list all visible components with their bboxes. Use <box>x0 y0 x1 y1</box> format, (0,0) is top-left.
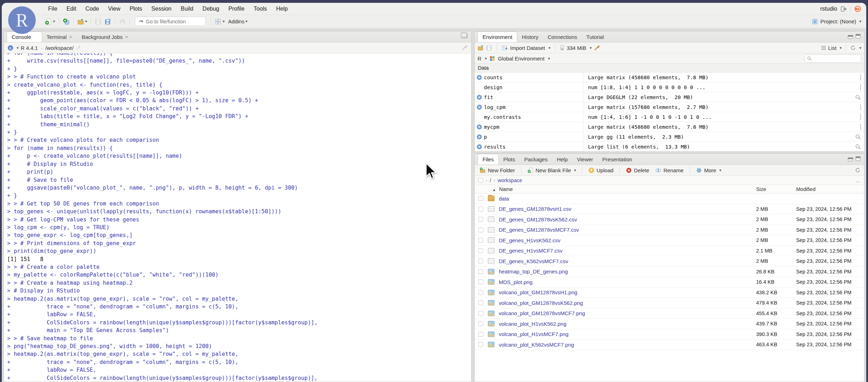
goto-file-input[interactable] <box>146 19 199 24</box>
file-name-link[interactable]: DE_genes_GM12878vsH1.csv <box>499 206 571 212</box>
file-row[interactable]: volcano_plot_GM12878vsMCF7.png 455.4 KB … <box>475 308 864 319</box>
display-mode-selector[interactable]: List <box>828 45 836 51</box>
expand-object-icon[interactable] <box>477 144 482 149</box>
refresh-caret-icon[interactable]: ▾ <box>859 46 861 50</box>
column-size[interactable]: Size <box>756 186 766 192</box>
file-row[interactable]: DE_genes_K562vsMCF7.csv 2 MB Sep 23, 202… <box>475 256 864 267</box>
rename-button[interactable]: Rename <box>653 167 686 173</box>
menu-item[interactable]: File <box>44 6 62 12</box>
console-output-area[interactable]: > for (name in names(results)) {+ write.… <box>4 53 471 382</box>
minimize-pane-icon[interactable] <box>848 157 853 161</box>
file-name-link[interactable]: MDS_plot.png <box>499 279 532 285</box>
environment-tab[interactable]: Environment <box>478 31 517 42</box>
new-file-button[interactable]: ▾ <box>45 18 55 25</box>
close-tab-icon[interactable]: ✕ <box>125 34 129 40</box>
file-row[interactable]: MDS_plot.png 16.4 KB Sep 23, 2024, 12:56… <box>475 277 864 288</box>
file-row[interactable]: DE_genes_GM12878vsMCF7.csv 2 MB Sep 23, … <box>475 225 864 236</box>
file-name-link[interactable]: volcano_plot_GM12878vsMCF7.png <box>499 310 585 316</box>
inspect-object-icon[interactable] <box>855 144 861 150</box>
breadcrumb-overflow[interactable]: ... <box>856 178 860 183</box>
file-checkbox[interactable] <box>478 196 483 201</box>
maximize-pane-icon[interactable] <box>462 34 468 38</box>
inspect-object-icon[interactable] <box>855 94 861 100</box>
import-dataset-caret-icon[interactable]: ▾ <box>548 46 550 50</box>
list-caret-icon[interactable]: ▾ <box>840 46 842 50</box>
menu-item[interactable]: Debug <box>198 6 224 12</box>
load-workspace-icon[interactable] <box>478 45 484 51</box>
new-file-caret-icon[interactable]: ▾ <box>53 19 55 24</box>
file-checkbox[interactable] <box>478 259 483 264</box>
new-blank-file-caret-icon[interactable]: ▾ <box>574 168 576 173</box>
open-file-button[interactable]: ▾ <box>77 18 87 25</box>
import-dataset-icon[interactable] <box>502 45 508 51</box>
upload-button[interactable]: Upload <box>586 167 616 173</box>
environment-tab[interactable]: History <box>517 31 543 42</box>
expand-object-icon[interactable] <box>477 125 482 129</box>
file-row[interactable]: DE_genes_H1vsK562.csv 2 MB Sep 23, 2024,… <box>475 235 864 246</box>
file-name-link[interactable]: volcano_plot_GM12878vsK562.png <box>499 300 583 306</box>
column-modified[interactable]: Modified <box>796 186 816 192</box>
file-checkbox[interactable] <box>478 238 483 243</box>
view-table-icon[interactable] <box>860 123 861 130</box>
import-dataset-button[interactable]: Import Dataset <box>510 45 545 51</box>
expand-object-icon[interactable] <box>477 75 482 80</box>
scope-caret-icon[interactable]: ▾ <box>548 56 550 61</box>
breadcrumb-folder[interactable]: workspace <box>498 178 522 183</box>
new-folder-button[interactable]: New Folder <box>478 167 517 173</box>
expand-object-icon[interactable] <box>477 134 482 139</box>
new-project-button[interactable] <box>63 18 70 25</box>
environment-object-row[interactable]: fit Large DGEGLM (22 elements, 20 MB) <box>475 92 864 102</box>
file-row[interactable]: DE_genes_H1vsMCF7.csv 2.1 MB Sep 23, 202… <box>475 246 864 256</box>
more-caret-icon[interactable]: ▾ <box>719 168 721 173</box>
addins-caret-icon[interactable]: ▾ <box>245 19 247 24</box>
environment-object-row[interactable]: results Large list (6 elements, 13.3 MB) <box>475 142 864 151</box>
language-selector[interactable]: R <box>478 56 481 62</box>
save-button[interactable] <box>95 18 102 25</box>
menu-item[interactable]: Tools <box>249 6 272 12</box>
language-caret-icon[interactable]: ▾ <box>485 56 487 61</box>
new-blank-file-button[interactable]: New Blank File ▾ <box>525 167 578 173</box>
file-name-link[interactable]: DE_genes_H1vsMCF7.csv <box>499 248 563 254</box>
refresh-icon[interactable] <box>855 167 861 173</box>
maximize-pane-icon[interactable] <box>856 156 861 161</box>
menu-item[interactable]: View <box>104 6 125 12</box>
environment-tab[interactable]: Connections <box>543 31 582 42</box>
console-tab[interactable]: Terminal ✕ <box>42 31 77 42</box>
file-checkbox[interactable] <box>478 217 483 222</box>
files-tab[interactable]: Packages <box>520 154 552 164</box>
file-row[interactable]: DE_genes_GM12878vsH1.csv 2 MB Sep 23, 20… <box>475 204 864 215</box>
file-checkbox[interactable] <box>478 300 483 305</box>
menu-item[interactable]: Plots <box>125 6 147 12</box>
environment-search[interactable] <box>805 54 861 63</box>
project-caret-icon[interactable]: ▾ <box>859 19 861 24</box>
file-name-link[interactable]: DE_genes_K562vsMCF7.csv <box>499 258 568 264</box>
more-button[interactable]: More ▾ <box>694 167 724 173</box>
file-name-link[interactable]: volcano_plot_H1vsMCF7.png <box>499 331 569 337</box>
view-table-icon[interactable] <box>860 114 861 120</box>
file-row[interactable]: volcano_plot_H1vsK562.png 439.7 KB Sep 2… <box>475 319 864 329</box>
environment-object-row[interactable]: design num [1:8, 1:4] 1 1 0 0 0 0 0 0 0 … <box>475 82 864 92</box>
files-tab[interactable]: Presentation <box>598 154 636 164</box>
file-checkbox[interactable] <box>478 332 483 337</box>
file-name-link[interactable]: heatmap_top_DE_genes.png <box>499 268 568 274</box>
view-table-icon[interactable] <box>860 84 861 91</box>
file-name-link[interactable]: volcano_plot_K562vsMCF7.png <box>499 342 574 348</box>
environment-object-row[interactable]: log_cpm Large matrix (157680 elements, 2… <box>475 102 864 112</box>
save-workspace-icon[interactable] <box>486 45 492 51</box>
menu-item[interactable]: Profile <box>224 6 249 12</box>
menu-item[interactable]: Session <box>147 6 176 12</box>
view-table-icon[interactable] <box>860 74 861 81</box>
environment-object-row[interactable]: my.contrasts num [1:4, 1:6] 1 -1 0 0 1 0… <box>475 112 864 122</box>
files-tab[interactable]: Files <box>478 154 499 164</box>
file-row[interactable]: volcano_plot_K562vsMCF7.png 463.4 KB Sep… <box>475 340 864 350</box>
save-all-button[interactable] <box>104 18 112 25</box>
file-row[interactable]: DE_genes_GM12878vsK562.csv 2 MB Sep 23, … <box>475 214 864 225</box>
delete-button[interactable]: Delete <box>624 167 651 173</box>
clear-environment-icon[interactable] <box>594 45 600 51</box>
file-name-link[interactable]: volcano_plot_H1vsK562.png <box>499 321 566 327</box>
files-tab[interactable]: Viewer <box>572 154 598 164</box>
file-name-link[interactable]: DE_genes_GM12878vsMCF7.csv <box>499 227 579 233</box>
files-tab[interactable]: Help <box>552 154 572 164</box>
inspect-object-icon[interactable] <box>855 134 861 140</box>
console-tab[interactable]: Background Jobs ✕ <box>77 31 133 42</box>
